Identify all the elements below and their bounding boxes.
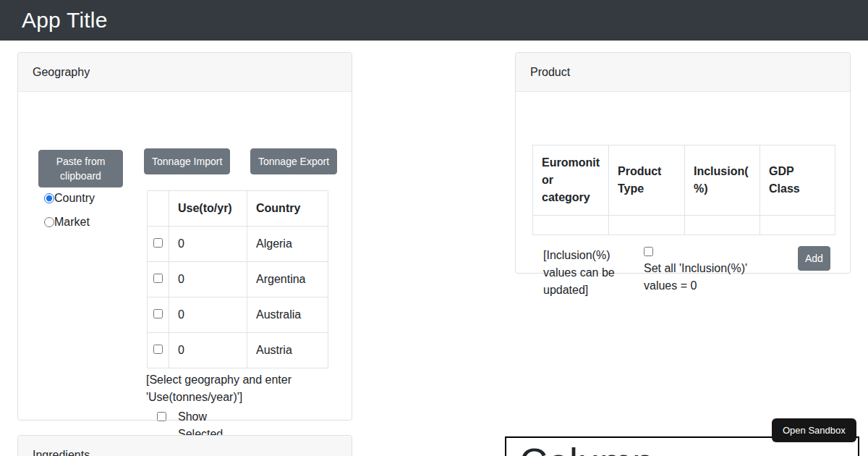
open-sandbox-button[interactable]: Open Sandbox (772, 418, 856, 442)
set-all-inclusion-checkbox[interactable] (644, 247, 653, 256)
geography-header-country: Country (247, 191, 328, 227)
use-value-cell[interactable]: 0 (169, 262, 247, 297)
market-radio-label: Market (54, 216, 90, 229)
geography-panel: Geography Paste from clipboard Tonnage I… (17, 52, 352, 421)
geography-row-checkbox[interactable] (153, 274, 163, 283)
geography-table-row: 0 Austria (148, 333, 328, 368)
geography-table-row: 0 Argentina (148, 262, 328, 297)
use-value-cell[interactable]: 0 (169, 333, 247, 368)
use-value-cell[interactable]: 0 (169, 227, 247, 262)
country-name-cell: Australia (247, 297, 328, 333)
geography-mode-market-option[interactable]: Market (44, 216, 90, 229)
tonnage-export-button[interactable]: Tonnage Export (250, 148, 337, 174)
country-radio-input[interactable] (44, 193, 54, 203)
product-header-euromonitor-category: Euromonitor category (533, 145, 609, 216)
market-radio-input[interactable] (44, 217, 54, 227)
geography-table: Use(to/yr) Country 0 Algeria 0 Argentina (147, 190, 328, 368)
app-header: App Title (0, 0, 868, 41)
product-header-product-type: Product Type (609, 145, 685, 216)
product-panel-title: Product (530, 66, 570, 79)
geography-table-row: 0 Australia (148, 297, 328, 333)
page: App Title Geography Paste from clipboard… (0, 0, 868, 456)
euromonitor-category-cell[interactable] (533, 216, 609, 235)
tonnage-import-button[interactable]: Tonnage Import (144, 148, 230, 174)
country-radio-label: Country (54, 192, 95, 205)
inclusion-pct-cell[interactable] (685, 216, 760, 235)
set-all-inclusion-toggle[interactable]: Set all 'Inclusion(%)' values = 0 (644, 247, 760, 295)
country-name-cell: Argentina (247, 262, 328, 297)
product-table-header-row: Euromonitor category Product Type Inclus… (533, 145, 835, 216)
ingredients-panel-title: Ingredients (33, 449, 90, 456)
country-name-cell: Algeria (247, 227, 328, 262)
show-selected-checkbox[interactable] (157, 412, 166, 421)
geography-header-select (148, 191, 169, 227)
product-table: Euromonitor category Product Type Inclus… (532, 145, 835, 235)
geography-panel-title: Geography (33, 66, 90, 79)
geography-row-checkbox[interactable] (153, 345, 163, 354)
set-all-inclusion-label: Set all 'Inclusion(%)' values = 0 (644, 262, 747, 292)
product-panel: Product Euromonitor category Product Typ… (515, 52, 851, 274)
gdp-class-cell[interactable] (760, 216, 835, 235)
geography-mode-country-option[interactable]: Country (44, 192, 95, 205)
paste-from-clipboard-button[interactable]: Paste from clipboard (38, 150, 123, 187)
product-header-gdp-class: GDP Class (760, 145, 835, 216)
ingredients-panel-header: Ingredients (18, 436, 352, 456)
inclusion-note: [Inclusion(%) values can be updated] (543, 247, 621, 299)
geography-row-checkbox[interactable] (153, 309, 163, 318)
country-name-cell: Austria (247, 333, 328, 368)
use-value-cell[interactable]: 0 (169, 297, 247, 333)
geography-table-row: 0 Algeria (148, 227, 328, 262)
product-panel-header: Product (516, 53, 850, 92)
product-type-cell[interactable] (609, 216, 685, 235)
product-table-row (533, 216, 835, 235)
geography-header-use: Use(to/yr) (169, 191, 247, 227)
geography-panel-header: Geography (18, 53, 352, 92)
geography-table-header-row: Use(to/yr) Country (148, 191, 328, 227)
app-title: App Title (22, 8, 108, 33)
geography-row-checkbox[interactable] (153, 238, 163, 248)
ingredients-panel: Ingredients (17, 435, 352, 456)
product-header-inclusion-pct: Inclusion(%) (685, 145, 760, 216)
geography-note: [Select geography and enter 'Use(tonnes/… (146, 371, 309, 406)
add-button[interactable]: Add (798, 246, 830, 271)
